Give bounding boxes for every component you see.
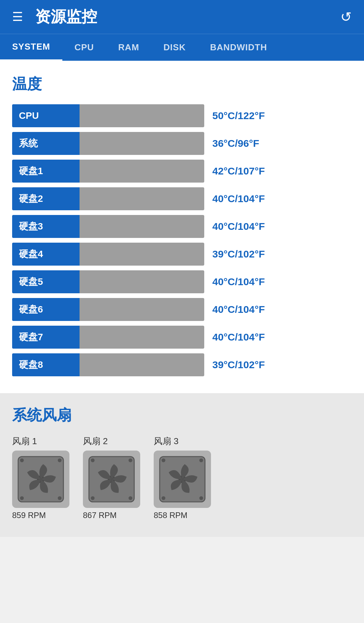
temperature-row: 硬盘839°C/102°F: [12, 353, 352, 376]
temp-bar-container: 硬盘8: [12, 353, 204, 376]
tab-disk[interactable]: DISK: [151, 34, 198, 61]
temperature-row: 硬盘740°C/104°F: [12, 326, 352, 349]
tab-system[interactable]: SYSTEM: [0, 34, 62, 61]
fans-row: 风扇 1859 RPM风扇 2867 RPM风扇 3858 RPM: [12, 435, 352, 520]
svg-point-4: [58, 496, 61, 500]
fan-icon: [154, 451, 211, 508]
temp-bar-label: 硬盘7: [12, 326, 80, 349]
svg-point-8: [128, 458, 132, 462]
temp-value: 50°C/122°F: [212, 110, 265, 121]
temp-bar-container: 系统: [12, 132, 204, 155]
temp-bar-label: 硬盘3: [12, 215, 80, 238]
temp-bar-container: 硬盘5: [12, 270, 204, 293]
temp-value: 36°C/96°F: [212, 138, 259, 149]
temperature-row: 硬盘240°C/104°F: [12, 187, 352, 210]
temp-bar-container: 硬盘7: [12, 326, 204, 349]
svg-point-1: [20, 458, 24, 462]
fan-label: 风扇 2: [83, 435, 108, 447]
refresh-icon[interactable]: ↺: [340, 9, 352, 25]
svg-point-9: [91, 496, 94, 500]
temp-bar-label: 硬盘6: [12, 298, 80, 321]
fan-icon: [12, 451, 69, 508]
fan-item-1: 风扇 1859 RPM: [12, 435, 69, 520]
temperature-rows: CPU50°C/122°F系统36°C/96°F硬盘142°C/107°F硬盘2…: [12, 104, 352, 376]
fan-rpm: 858 RPM: [154, 511, 187, 520]
temperature-row: 硬盘640°C/104°F: [12, 298, 352, 321]
fan-section-title: 系统风扇: [12, 405, 352, 425]
tab-cpu[interactable]: CPU: [62, 34, 106, 61]
temp-value: 42°C/107°F: [212, 165, 265, 177]
temp-bar-container: 硬盘6: [12, 298, 204, 321]
fan-label: 风扇 3: [154, 435, 179, 447]
svg-point-3: [20, 496, 24, 500]
temp-bar-container: 硬盘3: [12, 215, 204, 238]
app-title: 资源监控: [35, 6, 97, 27]
temp-bar-label: 硬盘4: [12, 243, 80, 266]
temp-bar-container: 硬盘4: [12, 243, 204, 266]
fan-label: 风扇 1: [12, 435, 37, 447]
temperature-row: 硬盘142°C/107°F: [12, 160, 352, 183]
temperature-row: 硬盘540°C/104°F: [12, 270, 352, 293]
tab-bar: SYSTEM CPU RAM DISK BANDWIDTH: [0, 34, 364, 61]
tab-ram[interactable]: RAM: [106, 34, 151, 61]
temp-value: 40°C/104°F: [212, 304, 265, 315]
temp-bar-label: 硬盘2: [12, 187, 80, 210]
svg-point-13: [161, 458, 165, 462]
fan-item-2: 风扇 2867 RPM: [83, 435, 140, 520]
temp-bar-container: 硬盘1: [12, 160, 204, 183]
svg-point-16: [199, 496, 203, 500]
svg-point-2: [58, 458, 61, 462]
svg-point-10: [128, 496, 132, 500]
temp-bar-label: 硬盘5: [12, 270, 80, 293]
tab-bandwidth[interactable]: BANDWIDTH: [198, 34, 279, 61]
svg-point-15: [161, 496, 165, 500]
fan-rpm: 859 RPM: [12, 511, 46, 520]
temperature-title: 温度: [12, 74, 352, 94]
temp-value: 39°C/102°F: [212, 359, 265, 371]
svg-point-14: [199, 458, 203, 462]
temp-bar-label: CPU: [12, 104, 80, 127]
fan-section: 系统风扇 风扇 1859 RPM风扇 2867 RPM风扇 3858 RPM: [0, 393, 364, 537]
temp-bar-container: 硬盘2: [12, 187, 204, 210]
temperature-row: 硬盘340°C/104°F: [12, 215, 352, 238]
temperature-row: CPU50°C/122°F: [12, 104, 352, 127]
svg-point-7: [91, 458, 94, 462]
temperature-row: 硬盘439°C/102°F: [12, 243, 352, 266]
temp-value: 40°C/104°F: [212, 276, 265, 288]
header: ☰ 资源监控 ↺: [0, 0, 364, 34]
temp-value: 40°C/104°F: [212, 193, 265, 205]
fan-icon: [83, 451, 140, 508]
temp-value: 39°C/102°F: [212, 248, 265, 260]
temp-bar-label: 硬盘8: [12, 353, 80, 376]
temp-value: 40°C/104°F: [212, 331, 265, 343]
temp-bar-label: 系统: [12, 132, 80, 155]
temperature-section: 温度 CPU50°C/122°F系统36°C/96°F硬盘142°C/107°F…: [0, 61, 364, 393]
fan-item-3: 风扇 3858 RPM: [154, 435, 211, 520]
temp-value: 40°C/104°F: [212, 221, 265, 232]
fan-rpm: 867 RPM: [83, 511, 117, 520]
temp-bar-label: 硬盘1: [12, 160, 80, 183]
temperature-row: 系统36°C/96°F: [12, 132, 352, 155]
temp-bar-container: CPU: [12, 104, 204, 127]
menu-icon[interactable]: ☰: [12, 11, 23, 23]
